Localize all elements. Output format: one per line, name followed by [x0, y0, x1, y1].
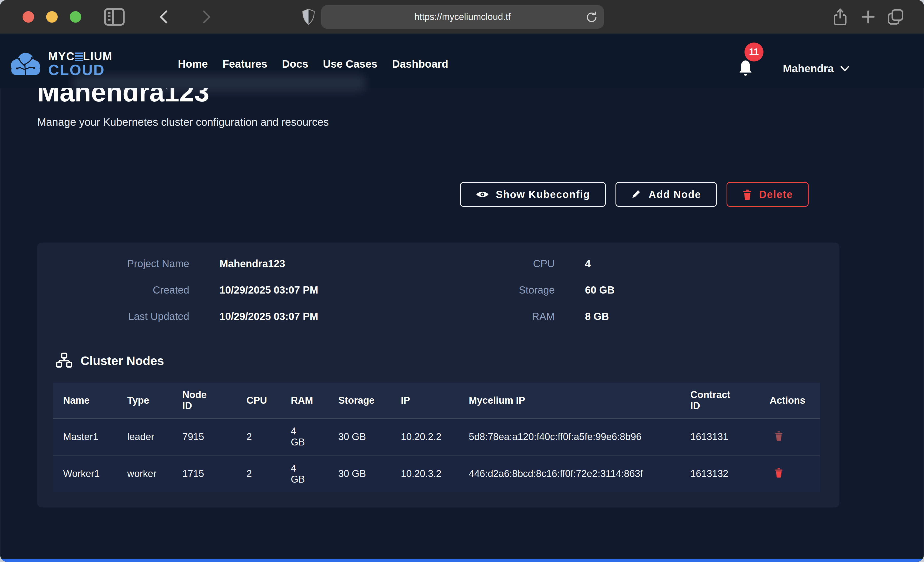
- cell-node-id: 7915: [172, 418, 237, 455]
- browser-toolbar: https://myceliumcloud.tf: [0, 0, 924, 34]
- show-kubeconfig-button[interactable]: Show Kubeconfig: [460, 182, 606, 207]
- last-updated-value: 10/29/2025 03:07 PM: [219, 311, 318, 322]
- cell-actions: [760, 418, 820, 455]
- address-bar[interactable]: https://myceliumcloud.tf: [321, 5, 604, 29]
- add-node-button[interactable]: Add Node: [615, 182, 717, 207]
- nav-link-docs[interactable]: Docs: [282, 58, 308, 70]
- cell-cpu: 2: [237, 455, 281, 492]
- user-menu[interactable]: Mahendra: [783, 63, 850, 75]
- page-subtitle: Manage your Kubernetes cluster configura…: [37, 116, 839, 129]
- table-row: Master1 leader 7915 2 4 GB 30 GB 10.20.2…: [53, 418, 820, 455]
- cell-mycelium-ip: 5d8:78ea:a120:f40c:ff0f:a5fe:99e6:8b96: [459, 418, 681, 455]
- ram-value: 8 GB: [585, 311, 609, 322]
- detail-row-cpu: CPU 4: [453, 258, 823, 269]
- project-name-value: Mahendra123: [219, 258, 285, 269]
- network-icon: [56, 352, 73, 369]
- cpu-label: CPU: [453, 258, 555, 269]
- cell-name: Master1: [53, 418, 117, 455]
- cell-ram: 4 GB: [281, 418, 328, 455]
- delete-node-button[interactable]: [774, 430, 783, 442]
- bell-icon: [737, 59, 754, 77]
- url-text: https://myceliumcloud.tf: [414, 12, 511, 22]
- cluster-nodes-title: Cluster Nodes: [81, 354, 164, 368]
- add-node-label: Add Node: [649, 189, 701, 200]
- trash-icon: [774, 467, 783, 478]
- site-navbar: MYCELIUM CLOUD Home Features Docs Use Ca…: [0, 34, 924, 88]
- nav-right: 11 Mahendra: [737, 59, 850, 78]
- storage-label: Storage: [453, 284, 555, 296]
- zoom-icon[interactable]: [70, 11, 81, 22]
- col-header-actions: Actions: [760, 383, 820, 418]
- project-name-label: Project Name: [53, 258, 189, 269]
- cell-ram: 4 GB: [281, 455, 328, 492]
- last-updated-label: Last Updated: [53, 311, 189, 322]
- window-controls: [22, 11, 81, 22]
- detail-row-created: Created 10/29/2025 03:07 PM: [53, 284, 453, 296]
- eye-icon: [476, 190, 489, 199]
- notifications-button[interactable]: 11: [737, 59, 754, 78]
- details-left-column: Project Name Mahendra123 Created 10/29/2…: [53, 258, 453, 322]
- cell-type: worker: [117, 455, 172, 492]
- nav-link-features[interactable]: Features: [222, 58, 267, 70]
- reload-icon[interactable]: [585, 10, 598, 24]
- shield-icon[interactable]: [301, 8, 316, 26]
- col-header-storage: Storage: [328, 383, 391, 418]
- detail-row-project-name: Project Name Mahendra123: [53, 258, 453, 269]
- detail-row-storage: Storage 60 GB: [453, 284, 823, 296]
- cluster-actions: Show Kubeconfig Add Node Delete: [37, 182, 839, 207]
- col-header-mycelium-ip: Mycelium IP: [459, 383, 681, 418]
- scroll-blur-smear: [72, 75, 367, 91]
- brand-name: MYCELIUM CLOUD: [48, 51, 112, 77]
- brand-e-bars: E: [75, 51, 83, 62]
- nav-link-dashboard[interactable]: Dashboard: [392, 58, 448, 70]
- col-header-type: Type: [117, 383, 172, 418]
- detail-row-ram: RAM 8 GB: [453, 311, 823, 322]
- sidebar-toggle-icon[interactable]: [102, 4, 127, 29]
- delete-label: Delete: [759, 189, 793, 200]
- cluster-details-card: Project Name Mahendra123 Created 10/29/2…: [37, 242, 839, 507]
- user-name: Mahendra: [783, 63, 834, 75]
- table-header-row: Name Type Node ID CPU RAM Storage IP Myc…: [53, 383, 820, 418]
- cluster-nodes-header: Cluster Nodes: [56, 352, 823, 369]
- nav-links: Home Features Docs Use Cases Dashboard: [178, 58, 448, 70]
- cell-mycelium-ip: 446:d2a6:8bcd:8c16:ff0f:72e2:3114:863f: [459, 455, 681, 492]
- new-tab-icon[interactable]: [859, 8, 877, 26]
- pencil-icon: [631, 189, 642, 200]
- brand-logo[interactable]: MYCELIUM CLOUD: [9, 51, 112, 77]
- col-header-ram: RAM: [281, 383, 328, 418]
- chevron-down-icon: [840, 65, 850, 72]
- cell-storage: 30 GB: [328, 418, 391, 455]
- created-label: Created: [53, 284, 189, 296]
- forward-icon[interactable]: [198, 9, 214, 25]
- cell-type: leader: [117, 418, 172, 455]
- trash-icon: [774, 430, 783, 441]
- col-header-cpu: CPU: [237, 383, 281, 418]
- cell-actions: [760, 455, 820, 492]
- nav-link-use-cases[interactable]: Use Cases: [323, 58, 377, 70]
- close-icon[interactable]: [22, 11, 34, 22]
- detail-row-last-updated: Last Updated 10/29/2025 03:07 PM: [53, 311, 453, 322]
- cell-ip: 10.20.3.2: [391, 455, 459, 492]
- col-header-contract-id: Contract ID: [681, 383, 760, 418]
- show-kubeconfig-label: Show Kubeconfig: [496, 189, 590, 200]
- nav-link-home[interactable]: Home: [178, 58, 208, 70]
- delete-node-button[interactable]: [774, 467, 783, 479]
- tab-overview-icon[interactable]: [885, 7, 906, 27]
- cluster-details: Project Name Mahendra123 Created 10/29/2…: [53, 258, 823, 322]
- ram-label: RAM: [453, 311, 555, 322]
- col-header-node-id: Node ID: [172, 383, 237, 418]
- browser-window: https://myceliumcloud.tf: [0, 0, 924, 562]
- trash-icon: [742, 188, 752, 200]
- created-value: 10/29/2025 03:07 PM: [219, 284, 318, 296]
- back-icon[interactable]: [156, 9, 172, 25]
- minimize-icon[interactable]: [46, 11, 58, 22]
- delete-cluster-button[interactable]: Delete: [726, 182, 808, 207]
- brand-part2: LIUM: [83, 50, 112, 63]
- cell-contract-id: 1613131: [681, 418, 760, 455]
- storage-value: 60 GB: [585, 284, 615, 296]
- share-icon[interactable]: [830, 7, 850, 27]
- main-content: Mahendra123 Manage your Kubernetes clust…: [37, 78, 839, 507]
- col-header-ip: IP: [391, 383, 459, 418]
- cloud-logo-icon: [9, 51, 43, 77]
- cell-cpu: 2: [237, 418, 281, 455]
